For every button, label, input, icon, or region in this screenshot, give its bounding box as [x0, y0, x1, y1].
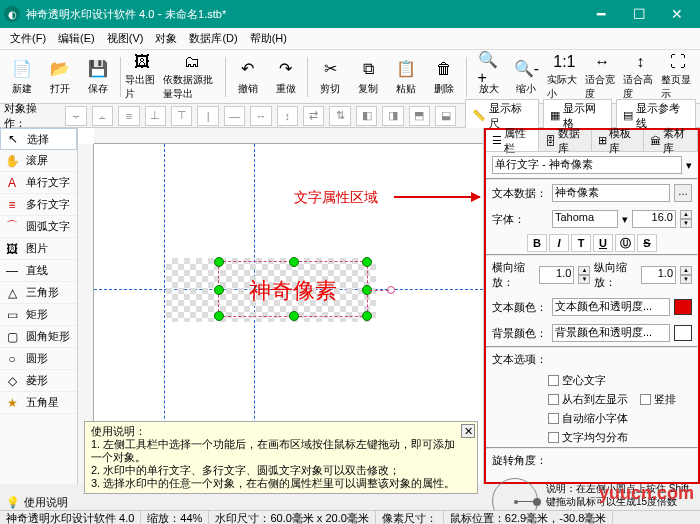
tool-star[interactable]: ★五角星 — [0, 392, 77, 414]
watermark-text[interactable]: 神奇像素 — [219, 262, 367, 306]
opt-autoshrink[interactable]: 自动缩小字体 — [548, 411, 628, 426]
chevron-down-icon[interactable]: ▾ — [686, 159, 692, 172]
align-btn[interactable]: ⫟ — [65, 106, 86, 126]
menu-edit[interactable]: 编辑(E) — [52, 31, 101, 46]
tool-line[interactable]: —直线 — [0, 260, 77, 282]
app-icon: ◐ — [4, 6, 20, 22]
tool-circle[interactable]: ○圆形 — [0, 348, 77, 370]
resize-handle[interactable] — [289, 257, 299, 267]
vscale-input[interactable]: 1.0 — [641, 266, 676, 284]
style-t-button[interactable]: T — [571, 234, 591, 252]
align-btn[interactable]: ↕ — [277, 106, 298, 126]
resize-handle[interactable] — [362, 257, 372, 267]
resize-handle[interactable] — [214, 311, 224, 321]
align-btn[interactable]: ◨ — [382, 106, 403, 126]
font-size-input[interactable]: 16.0 — [632, 210, 676, 228]
resize-handle[interactable] — [289, 311, 299, 321]
tb-batch-export[interactable]: 🗂依数据源批量导出 — [162, 53, 220, 101]
menu-help[interactable]: 帮助(H) — [244, 31, 293, 46]
text-data-input[interactable]: 神奇像素 — [552, 184, 670, 202]
style-u2-button[interactable]: Ⓤ — [615, 234, 635, 252]
help-close-button[interactable]: ✕ — [461, 424, 475, 438]
menu-object[interactable]: 对象 — [149, 31, 183, 46]
tb-actual-size[interactable]: 1:1实际大小 — [546, 53, 582, 101]
align-btn[interactable]: | — [197, 106, 218, 126]
tb-fit-page[interactable]: ⛶整页显示 — [660, 53, 696, 101]
underline-button[interactable]: U — [593, 234, 613, 252]
tool-rect[interactable]: ▭矩形 — [0, 304, 77, 326]
align-btn[interactable]: ⇅ — [329, 106, 350, 126]
tb-save[interactable]: 💾保存 — [80, 53, 116, 101]
tb-cut[interactable]: ✂剪切 — [312, 53, 348, 101]
tb-copy[interactable]: ⧉复制 — [350, 53, 386, 101]
tb-undo[interactable]: ↶撤销 — [230, 53, 266, 101]
tool-single-text[interactable]: A单行文字 — [0, 172, 77, 194]
align-btn[interactable]: ◧ — [356, 106, 377, 126]
tb-fit-width[interactable]: ↔适合宽度 — [584, 53, 620, 101]
tool-select[interactable]: ↖选择 — [0, 128, 77, 150]
text-data-more[interactable]: … — [674, 184, 692, 202]
tab-templates[interactable]: ⊞模板库 — [592, 130, 644, 151]
tb-open[interactable]: 📂打开 — [42, 53, 78, 101]
tb-zoom-in[interactable]: 🔍+放大 — [471, 53, 507, 101]
tool-diamond[interactable]: ◇菱形 — [0, 370, 77, 392]
align-btn[interactable]: ≡ — [118, 106, 139, 126]
minimize-button[interactable]: ━ — [582, 0, 620, 28]
menu-file[interactable]: 文件(F) — [4, 31, 52, 46]
maximize-button[interactable]: ☐ — [620, 0, 658, 28]
opt-hollow[interactable]: 空心文字 — [548, 373, 606, 388]
tb-redo[interactable]: ↷重做 — [268, 53, 304, 101]
tool-arc-text[interactable]: ⌒圆弧文字 — [0, 216, 77, 238]
bg-color-mode[interactable]: 背景颜色和透明度... — [552, 324, 670, 342]
opt-rtl[interactable]: 从右到左显示 — [548, 392, 628, 407]
selection-box[interactable]: 神奇像素 — [218, 261, 368, 317]
tool-pan[interactable]: ✋滚屏 — [0, 150, 77, 172]
tab-properties[interactable]: ☰属性栏 — [486, 130, 539, 151]
watermark-area[interactable]: 神奇像素 — [166, 258, 376, 322]
bold-button[interactable]: B — [527, 234, 547, 252]
align-btn[interactable]: ↔ — [250, 106, 271, 126]
tb-zoom-out[interactable]: 🔍-缩小 — [509, 53, 545, 101]
tool-triangle[interactable]: △三角形 — [0, 282, 77, 304]
align-btn[interactable]: ⊤ — [171, 106, 192, 126]
tool-roundrect[interactable]: ▢圆角矩形 — [0, 326, 77, 348]
menu-database[interactable]: 数据库(D) — [183, 31, 243, 46]
tool-multi-text[interactable]: ≡多行文字 — [0, 194, 77, 216]
tool-image[interactable]: 🖼图片 — [0, 238, 77, 260]
align-btn[interactable]: ⫠ — [92, 106, 113, 126]
tb-delete[interactable]: 🗑删除 — [426, 53, 462, 101]
resize-handle[interactable] — [362, 311, 372, 321]
align-btn[interactable]: — — [224, 106, 245, 126]
text-color-swatch[interactable] — [674, 299, 692, 315]
italic-button[interactable]: I — [549, 234, 569, 252]
font-select[interactable]: Tahoma — [552, 210, 618, 228]
text-color-mode[interactable]: 文本颜色和透明度... — [552, 298, 670, 316]
hscale-stepper[interactable]: ▲▼ — [578, 266, 590, 284]
menu-view[interactable]: 视图(V) — [101, 31, 150, 46]
align-btn[interactable]: ⬒ — [409, 106, 430, 126]
close-button[interactable]: ✕ — [658, 0, 696, 28]
align-btn[interactable]: ⇄ — [303, 106, 324, 126]
align-btn[interactable]: ⬓ — [435, 106, 456, 126]
chevron-down-icon[interactable]: ▾ — [622, 213, 628, 226]
tb-paste[interactable]: 📋粘贴 — [388, 53, 424, 101]
object-type-select[interactable]: 单行文字 - 神奇像素 — [492, 156, 682, 174]
bg-color-swatch[interactable] — [674, 325, 692, 341]
align-btn[interactable]: ⊥ — [145, 106, 166, 126]
vscale-stepper[interactable]: ▲▼ — [680, 266, 692, 284]
tb-export-image[interactable]: 🖼导出图片 — [124, 53, 160, 101]
tb-fit-height[interactable]: ↕适合高度 — [622, 53, 658, 101]
ruler-icon: 📏 — [472, 109, 486, 122]
opt-justify[interactable]: 文字均匀分布 — [548, 430, 628, 445]
resize-handle[interactable] — [214, 285, 224, 295]
resize-handle[interactable] — [214, 257, 224, 267]
tb-new[interactable]: 📄新建 — [4, 53, 40, 101]
font-size-stepper[interactable]: ▲▼ — [680, 210, 692, 228]
tab-assets[interactable]: 🏛素材库 — [644, 130, 698, 151]
hscale-input[interactable]: 1.0 — [539, 266, 574, 284]
tab-database[interactable]: 🗄数据库 — [539, 130, 593, 151]
zoom-out-icon: 🔍- — [515, 58, 537, 80]
strike-button[interactable]: S — [637, 234, 657, 252]
footer-help[interactable]: 💡 使用说明 — [0, 494, 74, 510]
opt-vertical[interactable]: 竖排 — [640, 392, 676, 407]
